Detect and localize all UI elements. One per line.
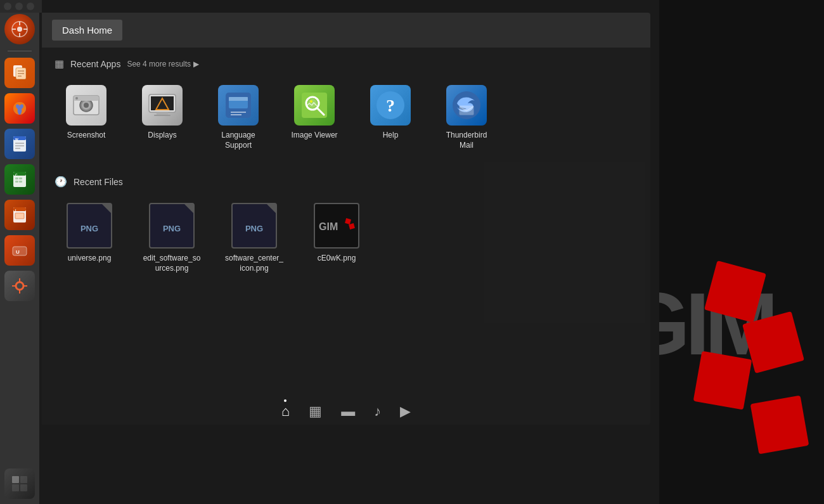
thunderbird-label: Thunderbird Mail bbox=[440, 131, 493, 150]
nav-home[interactable]: ⌂ bbox=[281, 403, 290, 420]
nav-files[interactable]: ▬ bbox=[341, 403, 355, 420]
svg-rect-36 bbox=[12, 476, 19, 483]
recent-files-header: 🕐 Recent Files bbox=[55, 176, 638, 188]
sidebar-item-firefox[interactable] bbox=[4, 93, 35, 124]
svg-point-45 bbox=[75, 97, 78, 100]
writer-icon: W bbox=[11, 135, 29, 153]
app-item-language-support[interactable]: Language Support bbox=[207, 80, 270, 155]
svg-point-31 bbox=[16, 282, 23, 290]
apps-nav-icon: ▦ bbox=[309, 403, 322, 420]
app-item-displays[interactable]: Displays bbox=[131, 80, 194, 155]
svg-rect-20 bbox=[15, 178, 18, 179]
svg-rect-53 bbox=[229, 97, 248, 101]
universe-file-icon: PNG bbox=[67, 203, 112, 249]
screenshot-label: Screenshot bbox=[67, 131, 106, 141]
close-button[interactable] bbox=[4, 3, 11, 10]
universe-file-label: universe.png bbox=[68, 254, 112, 264]
sidebar-item-tools[interactable] bbox=[4, 271, 35, 301]
svg-rect-22 bbox=[15, 181, 18, 183]
app-item-image-viewer[interactable]: Image Viewer bbox=[283, 80, 346, 155]
displays-label: Displays bbox=[148, 131, 176, 141]
tools-icon bbox=[11, 277, 29, 295]
svg-point-43 bbox=[84, 103, 89, 108]
svg-rect-64 bbox=[460, 106, 473, 115]
sidebar-item-files[interactable] bbox=[4, 58, 35, 88]
svg-text:W: W bbox=[15, 138, 18, 141]
displays-app-icon bbox=[142, 85, 183, 126]
calc-icon: C bbox=[11, 171, 29, 188]
nav-apps[interactable]: ▦ bbox=[309, 403, 322, 420]
sidebar-item-impress[interactable]: I bbox=[4, 200, 35, 230]
home-nav-icon: ⌂ bbox=[281, 403, 290, 420]
ce0wk-file-icon: GIM bbox=[314, 203, 359, 249]
file-item-software-center[interactable]: PNG software_center_icon.png bbox=[219, 198, 289, 278]
svg-rect-29 bbox=[13, 247, 27, 255]
svg-rect-23 bbox=[19, 181, 22, 183]
sidebar-item-writer[interactable]: W bbox=[4, 129, 35, 159]
nav-music[interactable]: ♪ bbox=[374, 403, 381, 420]
sidebar-item-calc[interactable]: C bbox=[4, 164, 35, 195]
minimize-button[interactable] bbox=[15, 3, 23, 10]
recent-apps-icon: ▦ bbox=[55, 58, 64, 70]
sidebar-item-unity[interactable] bbox=[4, 14, 35, 44]
svg-rect-27 bbox=[15, 213, 24, 219]
edit-software-file-label: edit_software_sources.png bbox=[142, 254, 202, 273]
thunderbird-app-icon bbox=[446, 85, 487, 126]
gimp-logo-x4 bbox=[750, 396, 809, 455]
software-center-file-icon: PNG bbox=[231, 203, 277, 249]
sidebar-item-workspace[interactable] bbox=[4, 468, 35, 499]
svg-rect-48 bbox=[157, 112, 168, 115]
launcher-sidebar: W C I U bbox=[0, 0, 39, 504]
screenshot-app-icon bbox=[66, 85, 106, 126]
app-grid: Screenshot Displays bbox=[55, 80, 638, 155]
file-item-ce0wk[interactable]: GIM cE0wK.png bbox=[302, 198, 371, 278]
unity-icon bbox=[4, 14, 35, 44]
search-bar: Dash Home bbox=[42, 13, 650, 48]
app-item-help[interactable]: ? Help bbox=[359, 80, 422, 155]
gimp-logo-x3 bbox=[693, 351, 752, 410]
recent-apps-title: Recent Apps bbox=[70, 59, 120, 69]
video-nav-icon: ▶ bbox=[400, 403, 411, 420]
software-center-file-label: software_center_icon.png bbox=[224, 254, 284, 273]
svg-text:U: U bbox=[16, 249, 20, 255]
file-item-edit-software[interactable]: PNG edit_software_sources.png bbox=[137, 198, 207, 278]
edit-software-file-icon: PNG bbox=[149, 203, 195, 249]
recent-apps-section: ▦ Recent Apps See 4 more results ▶ bbox=[42, 48, 650, 165]
svg-rect-37 bbox=[20, 476, 27, 483]
recent-files-icon: 🕐 bbox=[55, 176, 67, 188]
svg-rect-66 bbox=[345, 218, 351, 224]
window-controls bbox=[0, 0, 42, 13]
svg-rect-39 bbox=[20, 484, 27, 491]
see-more-link[interactable]: See 4 more results ▶ bbox=[127, 60, 199, 68]
firefox-icon bbox=[10, 99, 29, 118]
ce0wk-file-label: cE0wK.png bbox=[318, 254, 356, 264]
app-item-thunderbird[interactable]: Thunderbird Mail bbox=[435, 80, 498, 155]
recent-files-title: Recent Files bbox=[74, 177, 123, 187]
file-item-universe[interactable]: PNG universe.png bbox=[55, 198, 124, 278]
gimp-background: GIM bbox=[659, 0, 824, 504]
impress-icon: I bbox=[11, 206, 29, 224]
svg-point-60 bbox=[310, 100, 312, 103]
bottom-navigation: ⌂ ▦ ▬ ♪ ▶ bbox=[42, 390, 650, 425]
nav-video[interactable]: ▶ bbox=[400, 403, 411, 420]
dash-panel: Dash Home ▦ Recent Apps See 4 more resul… bbox=[42, 13, 650, 425]
files-nav-icon: ▬ bbox=[341, 403, 355, 420]
workspace-icon bbox=[11, 475, 29, 493]
language-support-app-icon bbox=[218, 85, 259, 126]
image-viewer-label: Image Viewer bbox=[291, 131, 337, 141]
svg-rect-49 bbox=[154, 115, 171, 116]
language-support-label: Language Support bbox=[212, 131, 265, 150]
svg-text:?: ? bbox=[386, 96, 395, 115]
maximize-button[interactable] bbox=[27, 3, 34, 10]
sidebar-divider bbox=[8, 51, 32, 51]
files-icon bbox=[11, 64, 29, 82]
svg-rect-21 bbox=[19, 178, 22, 179]
image-viewer-app-icon bbox=[294, 85, 335, 126]
svg-text:GIM: GIM bbox=[319, 221, 338, 232]
recent-files-section: 🕐 Recent Files PNG universe.png PNG edit… bbox=[42, 165, 650, 288]
dash-home-button[interactable]: Dash Home bbox=[52, 20, 122, 41]
app-item-screenshot[interactable]: Screenshot bbox=[55, 80, 118, 155]
ubuntu-software-icon: U bbox=[11, 242, 29, 259]
sidebar-item-ubuntu-software[interactable]: U bbox=[4, 235, 35, 266]
help-label: Help bbox=[383, 131, 399, 141]
